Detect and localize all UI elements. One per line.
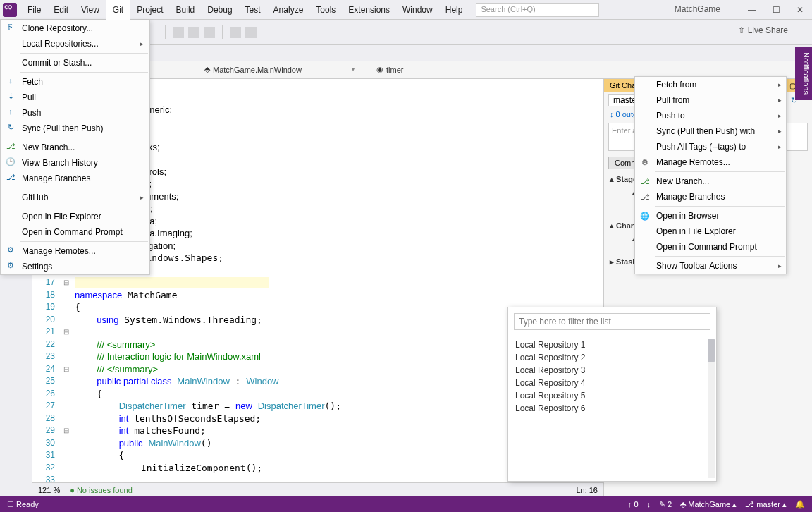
ctx-pull-from[interactable]: Pull from▸ — [635, 92, 786, 108]
zoom-level[interactable]: 121 % — [38, 486, 60, 494]
menu-push[interactable]: ↑Push — [1, 105, 149, 121]
menu-local-repositories[interactable]: Local Repositories...▸ — [1, 36, 149, 51]
ctx-manage-remotes[interactable]: ⚙Manage Remotes... — [635, 154, 786, 170]
top-menu-bar: File Edit View Git Project Build Debug T… — [0, 0, 812, 20]
status-incoming-icon[interactable]: ↓ — [647, 500, 651, 508]
ctx-fetch-from[interactable]: Fetch from▸ — [635, 77, 786, 92]
menu-new-branch[interactable]: ⎇New Branch... — [1, 140, 149, 155]
repo-list-item[interactable]: Local Repository 1 — [515, 339, 709, 351]
notifications-tab[interactable]: Notifications — [795, 47, 812, 100]
ctx-show-toolbar-actions[interactable]: Show Toolbar Actions▸ — [635, 258, 786, 274]
window-close-icon[interactable]: ✕ — [792, 0, 808, 20]
repo-list-item[interactable]: Local Repository 4 — [515, 377, 709, 389]
notifications-bell-icon[interactable]: 🔔 — [795, 500, 805, 509]
menu-pull[interactable]: ⇣Pull — [1, 90, 149, 105]
nav-class[interactable]: ⬘ MatchGame.MainWindow▾ — [200, 63, 369, 75]
menu-git[interactable]: Git — [106, 0, 130, 20]
menu-test[interactable]: Test — [239, 0, 267, 20]
status-pending-changes[interactable]: ✎ 2 — [659, 500, 672, 509]
menu-manage-branches[interactable]: ⎇Manage Branches — [1, 171, 149, 186]
ctx-open-command-prompt[interactable]: Open in Command Prompt — [635, 239, 786, 255]
repository-filter-input[interactable] — [514, 313, 710, 330]
menu-github[interactable]: GitHub▸ — [1, 190, 149, 205]
ctx-manage-branches[interactable]: ⎇Manage Branches — [635, 189, 786, 205]
menu-edit[interactable]: Edit — [47, 0, 75, 20]
cursor-position: Ln: 16 — [576, 486, 598, 494]
ctx-open-browser[interactable]: 🌐Open in Browser — [635, 208, 786, 224]
menu-manage-remotes[interactable]: ⚙Manage Remotes... — [1, 243, 149, 259]
repo-list-item[interactable]: Local Repository 2 — [515, 351, 709, 364]
no-issues-indicator[interactable]: ● No issues found — [70, 486, 133, 494]
search-input[interactable]: Search (Ctrl+Q) — [476, 3, 599, 17]
ctx-push-all-tags[interactable]: Push All Tags (--tags) to▸ — [635, 139, 786, 154]
menu-open-command-prompt[interactable]: Open in Command Prompt — [1, 224, 149, 240]
status-branch-selector[interactable]: ⎇ master ▴ — [745, 500, 787, 509]
git-actions-context-menu: Fetch from▸ Pull from▸ Push to▸ Sync (Pu… — [634, 76, 787, 274]
menu-tools[interactable]: Tools — [309, 0, 342, 20]
ctx-push-to[interactable]: Push to▸ — [635, 108, 786, 123]
nav-member[interactable]: ◉ timer — [372, 63, 541, 75]
window-maximize-icon[interactable]: ☐ — [768, 0, 784, 20]
editor-status-bar: 121 % ● No issues found Ln: 16 — [32, 482, 603, 496]
status-project-selector[interactable]: ⬘ MatchGame ▴ — [680, 500, 737, 509]
ctx-new-branch[interactable]: ⎇New Branch... — [635, 173, 786, 189]
menu-help[interactable]: Help — [439, 0, 469, 20]
menu-settings[interactable]: ⚙Settings — [1, 259, 149, 274]
menu-commit-stash[interactable]: Commit or Stash... — [1, 55, 149, 71]
repo-list-item[interactable]: Local Repository 5 — [515, 389, 709, 402]
toolbar-icon[interactable] — [173, 27, 184, 38]
bottom-status-bar: ☐ Ready ↑ 0 ↓ ✎ 2 ⬘ MatchGame ▴ ⎇ master… — [0, 496, 812, 512]
menu-view[interactable]: View — [75, 0, 106, 20]
window-minimize-icon[interactable]: — — [744, 0, 760, 20]
menu-fetch[interactable]: ↓Fetch — [1, 74, 149, 90]
repo-scrollbar[interactable] — [708, 339, 715, 478]
menu-view-branch-history[interactable]: 🕒View Branch History — [1, 155, 149, 171]
toolbar-icon[interactable] — [245, 27, 257, 38]
visual-studio-logo-icon — [3, 3, 17, 17]
repo-list-item[interactable]: Local Repository 3 — [515, 364, 709, 377]
status-outgoing[interactable]: ↑ 0 — [628, 500, 639, 508]
git-menu-dropdown: ⎘Clone Repository... Local Repositories.… — [0, 20, 150, 275]
ctx-sync-with[interactable]: Sync (Pull then Push) with▸ — [635, 123, 786, 139]
toolbar-icon[interactable] — [188, 27, 199, 38]
menu-clone-repository[interactable]: ⎘Clone Repository... — [1, 20, 149, 36]
menu-window[interactable]: Window — [396, 0, 439, 20]
menu-build[interactable]: Build — [170, 0, 202, 20]
menu-debug[interactable]: Debug — [201, 0, 238, 20]
window-title: MatchGame — [675, 4, 720, 14]
menu-file[interactable]: File — [21, 0, 47, 20]
toolbar-icon[interactable] — [204, 27, 215, 38]
ctx-open-file-explorer[interactable]: Open in File Explorer — [635, 224, 786, 239]
live-share-button[interactable]: ⇧ Live Share — [738, 25, 788, 35]
menu-extensions[interactable]: Extensions — [342, 0, 396, 20]
menu-project[interactable]: Project — [130, 0, 169, 20]
status-ready: Ready — [16, 500, 39, 508]
toolbar-icon[interactable] — [230, 27, 241, 38]
menu-open-file-explorer[interactable]: Open in File Explorer — [1, 209, 149, 224]
menu-sync[interactable]: ↻Sync (Pull then Push) — [1, 121, 149, 136]
local-repositories-popup: Local Repository 1 Local Repository 2 Lo… — [508, 307, 717, 482]
repo-list-item[interactable]: Local Repository 6 — [515, 402, 709, 415]
menu-analyze[interactable]: Analyze — [267, 0, 310, 20]
